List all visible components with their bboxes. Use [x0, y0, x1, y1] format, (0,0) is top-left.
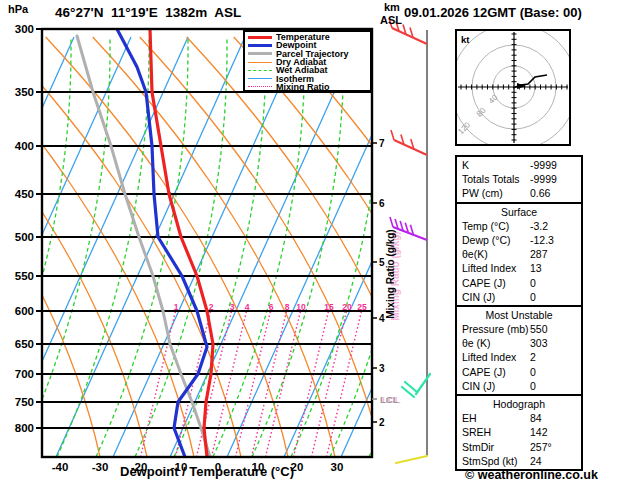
- pressure-tick-label: 700: [15, 368, 34, 380]
- table-row-value: 550: [530, 322, 548, 336]
- table-row-value: 13: [530, 261, 542, 275]
- datetime-title: 09.01.2026 12GMT (Base: 00): [404, 5, 582, 20]
- table-row: Dewp (°C)-12.3: [457, 233, 581, 247]
- table-row-value: 0: [530, 365, 536, 379]
- legend-label: Mixing Ratio: [276, 83, 330, 91]
- copyright-footer: © weatheronline.co.uk: [444, 468, 619, 482]
- svg-text:15: 15: [324, 302, 334, 312]
- table-section-header: Surface: [457, 205, 581, 219]
- table-row-label: Temp (°C): [462, 220, 509, 232]
- table-row: PW (cm)0.66: [457, 186, 581, 200]
- table-row: K-9999: [457, 158, 581, 172]
- pressure-tick-label: 650: [15, 338, 34, 350]
- km-tick-label: 6: [379, 198, 385, 209]
- legend-swatch: [248, 62, 272, 63]
- parcel-trace: [77, 36, 210, 457]
- table-row: SREH142: [457, 425, 581, 439]
- table-row: CAPE (J)0: [457, 276, 581, 290]
- sounding-chart-page: 3003504004505005506006507007508001234681…: [0, 0, 629, 486]
- table-row-label: EH: [462, 412, 477, 424]
- table-row-label: Dewp (°C): [462, 234, 511, 246]
- table-section-header: Most Unstable: [457, 308, 581, 322]
- svg-text:Mixing Ratio (g/kg): Mixing Ratio (g/kg): [385, 229, 396, 318]
- indices-table: K-9999Totals Totals-9999PW (cm)0.66Surfa…: [455, 155, 583, 471]
- table-row-label: CIN (J): [462, 380, 495, 392]
- table-row-label: CAPE (J): [462, 366, 506, 378]
- svg-text:4: 4: [245, 302, 250, 312]
- legend-swatch: [248, 44, 272, 47]
- table-row-label: Pressure (mb): [462, 323, 529, 335]
- pressure-tick-label: 500: [15, 231, 34, 243]
- pressure-tick-label: 300: [15, 23, 34, 35]
- table-row-label: θe (K): [462, 337, 491, 349]
- svg-text:3: 3: [230, 302, 235, 312]
- table-row-value: -9999: [530, 158, 557, 172]
- svg-text:1: 1: [174, 302, 179, 312]
- lcl-label: LCL: [380, 394, 399, 405]
- legend-swatch: [248, 52, 272, 55]
- legend-swatch: [248, 36, 272, 39]
- table-section-header: Hodograph: [457, 397, 581, 411]
- table-section-surface: SurfaceTemp (°C)-3.2Dewp (°C)-12.3θe(K)2…: [457, 202, 581, 305]
- pressure-tick-label: 750: [15, 396, 34, 408]
- pressure-tick-label: 400: [15, 140, 34, 152]
- svg-text:8: 8: [285, 302, 290, 312]
- table-row: θe(K)287: [457, 247, 581, 261]
- table-section-most-unstable: Most UnstablePressure (mb)550θe (K)303Li…: [457, 305, 581, 394]
- table-section-indices: K-9999Totals Totals-9999PW (cm)0.66: [457, 157, 581, 202]
- table-row-label: PW (cm): [462, 187, 503, 199]
- km-tick-label: 2: [379, 417, 385, 428]
- hodograph-unit-label: kt: [461, 34, 470, 45]
- pressure-tick-label: 600: [15, 305, 34, 317]
- altitude-unit-km-label: km: [384, 1, 400, 13]
- table-row-value: 257°: [530, 440, 552, 454]
- altitude-unit-asl-label: ASL: [380, 14, 402, 26]
- table-row: StmSpd (kt)24: [457, 454, 581, 468]
- legend-item-mixing-ratio: Mixing Ratio: [248, 83, 370, 91]
- pressure-unit-label: hPa: [8, 3, 28, 15]
- table-row: CAPE (J)0: [457, 365, 581, 379]
- table-row-value: 0: [530, 276, 536, 290]
- hodograph: 4080120kt: [450, 23, 577, 150]
- table-row-label: CIN (J): [462, 291, 495, 303]
- table-row-value: 0: [530, 379, 536, 393]
- wind-barb-400hPa: [391, 130, 427, 155]
- svg-text:2: 2: [209, 302, 214, 312]
- table-row: Lifted Index2: [457, 350, 581, 364]
- km-tick-label: 3: [379, 363, 385, 374]
- legend-swatch: [248, 78, 272, 79]
- table-row: Totals Totals-9999: [457, 172, 581, 186]
- pressure-tick-label: 450: [15, 188, 34, 200]
- legend-swatch: [248, 70, 272, 71]
- x-axis-title: Dewpoint / Temperature (°C): [42, 464, 372, 479]
- table-row-value: 142: [530, 425, 548, 439]
- table-row-value: -3.2: [530, 219, 548, 233]
- table-section-hodograph: HodographEH84SREH142StmDir257°StmSpd (kt…: [457, 394, 581, 469]
- table-row-value: 24: [530, 454, 542, 468]
- svg-text:20: 20: [342, 302, 352, 312]
- isotherm-lines: [0, 37, 530, 457]
- svg-text:25: 25: [357, 302, 367, 312]
- table-row: StmDir257°: [457, 440, 581, 454]
- table-row: EH84: [457, 411, 581, 425]
- pressure-tick-label: 550: [15, 270, 34, 282]
- table-row-value: 0: [530, 290, 536, 304]
- mixing-axis-label: Mixing Ratio (g/kg)Mixing Ratio (g/kg): [385, 229, 401, 320]
- table-row-label: Lifted Index: [462, 351, 516, 363]
- svg-text:6: 6: [269, 302, 274, 312]
- table-row-value: 2: [530, 350, 536, 364]
- table-row-label: Totals Totals: [462, 173, 520, 185]
- table-row-label: SREH: [462, 426, 491, 438]
- table-row-value: -9999: [530, 172, 557, 186]
- table-row: Lifted Index13: [457, 261, 581, 275]
- wind-barb-surface: [396, 456, 427, 463]
- temperature-trace: [150, 29, 213, 457]
- table-row-value: 84: [530, 411, 542, 425]
- km-tick-label: 7: [379, 138, 385, 149]
- mixing-ratio-lines: [140, 309, 362, 457]
- table-row-label: K: [462, 159, 469, 171]
- wind-barb-750hPa: [402, 374, 430, 397]
- table-row-value: 287: [530, 247, 548, 261]
- legend-box: TemperatureDewpointParcel TrajectoryDry …: [243, 30, 372, 92]
- table-row-label: CAPE (J): [462, 277, 506, 289]
